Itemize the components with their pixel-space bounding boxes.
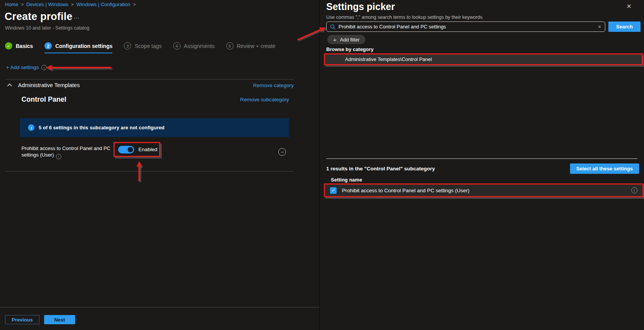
annotation-box-result: ✓ Prohibit access to Control Panel and P… xyxy=(324,183,644,197)
toggle-state-label: Enabled xyxy=(138,147,158,152)
settings-picker-panel: Settings picker ✕ Use commas "," among s… xyxy=(319,0,644,330)
select-all-settings-button[interactable]: Select all these settings xyxy=(570,163,639,174)
search-input[interactable] xyxy=(338,24,595,30)
annotation-box-toggle: Enabled xyxy=(113,142,160,157)
results-count-text: 1 results in the "Control Panel" subcate… xyxy=(326,166,435,172)
footer-divider xyxy=(0,307,319,307)
step-configuration-settings[interactable]: 2 Configuration settings xyxy=(44,42,112,53)
panel-title: Settings picker xyxy=(326,1,395,12)
chevron-up-icon[interactable] xyxy=(7,83,12,88)
results-row: 1 results in the "Control Panel" subcate… xyxy=(326,163,639,174)
context-menu-dots-icon[interactable]: … xyxy=(74,13,80,20)
breadcrumb-separator: > xyxy=(133,2,136,7)
info-banner-text: 5 of 6 settings in this subcategory are … xyxy=(39,125,164,130)
create-profile-pane: Home > Devices | Windows > Windows | Con… xyxy=(0,0,319,330)
step-basics[interactable]: ✓ Basics xyxy=(5,42,33,53)
wizard-steps: ✓ Basics 2 Configuration settings 3 Scop… xyxy=(5,42,275,53)
search-button[interactable]: Search xyxy=(608,21,641,32)
breadcrumb-windows-configuration[interactable]: Windows | Configuration xyxy=(76,2,130,7)
step-label: Basics xyxy=(16,43,33,49)
next-button[interactable]: Next xyxy=(44,315,75,324)
setting-label: Prohibit access to Control Panel and PC … xyxy=(21,145,113,158)
setting-toggle[interactable] xyxy=(118,146,134,153)
step-scope-tags[interactable]: 3 Scope tags xyxy=(124,42,161,53)
divider xyxy=(326,158,637,159)
step-number: 4 xyxy=(173,42,181,50)
breadcrumb-home[interactable]: Home xyxy=(5,2,18,7)
info-icon[interactable]: i xyxy=(631,187,637,193)
category-path-row[interactable]: Administrative Templates\Control Panel xyxy=(325,54,642,64)
breadcrumb: Home > Devices | Windows > Windows | Con… xyxy=(5,2,136,7)
setting-result-row[interactable]: ✓ Prohibit access to Control Panel and P… xyxy=(325,185,642,196)
category-name: Administrative Templates xyxy=(18,82,80,88)
setting-name-column-label: Setting name xyxy=(331,177,362,183)
add-filter-label: Add filter xyxy=(340,37,360,43)
search-icon xyxy=(330,24,335,30)
page-title: Create profile xyxy=(5,11,72,23)
panel-subtitle: Use commas "," among search terms to loo… xyxy=(326,15,483,20)
remove-category-link[interactable]: Remove category xyxy=(253,82,294,88)
toggle-knob xyxy=(128,147,133,152)
setting-label-text: Prohibit access to Control Panel and PC … xyxy=(21,145,110,158)
add-filter-button[interactable]: + Add filter xyxy=(327,35,365,44)
setting-result-label: Prohibit access to Control Panel and PC … xyxy=(342,188,469,193)
step-number: 2 xyxy=(44,42,52,50)
breadcrumb-separator: > xyxy=(71,2,74,7)
divider xyxy=(5,79,294,79)
step-number: 3 xyxy=(124,42,131,50)
clear-search-icon[interactable]: ✕ xyxy=(598,24,601,30)
info-icon: i xyxy=(28,124,34,131)
app-root: Home > Devices | Windows > Windows | Con… xyxy=(0,0,644,330)
subcategory-name: Control Panel xyxy=(21,96,66,104)
info-banner: i 5 of 6 settings in this subcategory ar… xyxy=(20,118,289,137)
step-label: Review + create xyxy=(237,43,276,49)
step-label: Configuration settings xyxy=(55,43,112,49)
info-icon[interactable]: i xyxy=(41,65,47,70)
remove-setting-minus-icon[interactable]: − xyxy=(278,148,286,156)
plus-icon: + xyxy=(333,36,337,43)
breadcrumb-separator: > xyxy=(21,2,24,7)
remove-subcategory-link[interactable]: Remove subcategory xyxy=(240,97,289,102)
search-box: ✕ xyxy=(326,21,605,32)
close-icon[interactable]: ✕ xyxy=(626,3,631,10)
step-number: 5 xyxy=(226,42,233,50)
previous-button[interactable]: Previous xyxy=(5,315,39,324)
add-settings-link[interactable]: + Add settings i xyxy=(6,64,47,70)
step-label: Assignments xyxy=(184,43,215,49)
check-icon: ✓ xyxy=(5,42,12,50)
step-label: Scope tags xyxy=(135,43,161,49)
category-header-row: Administrative Templates Remove category xyxy=(5,82,294,88)
info-icon[interactable]: i xyxy=(56,154,61,159)
page-subtitle: Windows 10 and later - Settings catalog xyxy=(5,25,89,31)
step-assignments[interactable]: 4 Assignments xyxy=(173,42,215,53)
browse-by-category-label: Browse by category xyxy=(326,46,374,52)
add-settings-label: + Add settings xyxy=(6,64,39,70)
annotation-box-category: Administrative Templates\Control Panel xyxy=(324,53,643,65)
breadcrumb-devices-windows[interactable]: Devices | Windows xyxy=(26,2,69,7)
subcategory-header-row: Control Panel Remove subcategory xyxy=(21,96,289,104)
step-review-create[interactable]: 5 Review + create xyxy=(226,42,276,53)
divider xyxy=(5,171,294,172)
setting-checkbox[interactable]: ✓ xyxy=(330,187,337,194)
